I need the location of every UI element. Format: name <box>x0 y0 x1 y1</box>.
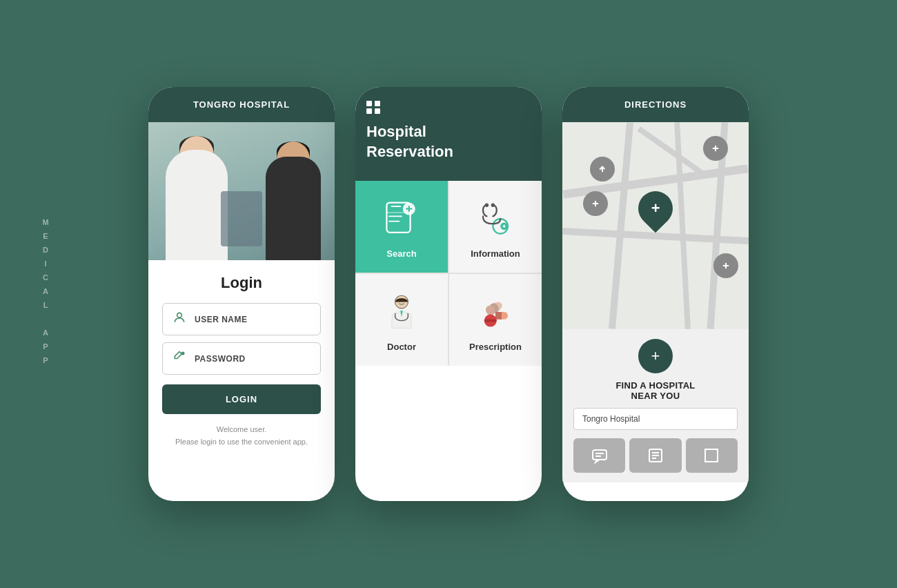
vertical-text: MEDICAL APP <box>41 218 50 370</box>
map-pin-4[interactable] <box>713 253 738 278</box>
svg-rect-32 <box>705 449 718 462</box>
pin-plus-icon: + <box>651 199 660 217</box>
map-pin-2[interactable] <box>703 136 728 161</box>
grid-cell-information[interactable]: Information <box>449 181 542 273</box>
username-field[interactable]: USER NAME <box>162 303 321 335</box>
information-label: Information <box>471 248 520 259</box>
map-road-diag <box>638 126 709 178</box>
grid-icon <box>366 101 380 114</box>
grid-dot <box>366 101 372 106</box>
phone-reservation: HospitalReservation Search <box>355 87 542 501</box>
prescription-label: Prescription <box>469 342 522 352</box>
grid-cell-doctor[interactable]: Doctor <box>355 274 448 366</box>
svg-rect-15 <box>495 312 502 320</box>
doctor-label: Doctor <box>387 342 416 352</box>
prescription-icon <box>477 293 514 333</box>
svg-point-1 <box>181 352 184 354</box>
grid-dot <box>375 101 380 106</box>
pin-bubble: + <box>631 184 680 233</box>
login-title: Login <box>162 274 321 292</box>
svg-point-7 <box>491 204 495 207</box>
map-pin-active[interactable]: + <box>638 191 673 226</box>
doc2-body <box>266 157 321 260</box>
find-title-text: FIND A HOSPITALNEAR YOU <box>615 380 695 401</box>
chat-button[interactable] <box>573 438 625 473</box>
reservation-title: HospitalReservation <box>366 122 531 161</box>
main-container: MEDICAL APP TONGRO HOSPITAL <box>0 0 897 588</box>
svg-rect-25 <box>593 450 607 460</box>
login-header: TONGRO HOSPITAL <box>148 87 335 122</box>
map-road-v1 <box>609 122 633 329</box>
footer-line2: Please login to use the convenient app. <box>162 436 321 449</box>
list-button[interactable] <box>629 438 681 473</box>
user-icon <box>172 311 186 328</box>
grid-cell-prescription[interactable]: Prescription <box>449 274 542 366</box>
login-footer: Welcome user. Please login to use the co… <box>162 424 321 448</box>
hospital-name: TONGRO HOSPITAL <box>193 99 290 110</box>
information-icon <box>477 200 514 240</box>
doctor-figure-2 <box>259 136 328 260</box>
directions-title: DIRECTIONS <box>624 99 687 110</box>
xray <box>221 191 262 246</box>
doctors-scene <box>148 122 335 260</box>
username-label: USER NAME <box>195 315 248 324</box>
footer-line1: Welcome user. <box>162 424 321 436</box>
find-hospital-button[interactable]: + <box>638 339 673 373</box>
phone-login: TONGRO HOSPITAL <box>148 87 335 501</box>
doc1-body <box>166 150 228 260</box>
expand-button[interactable] <box>686 438 738 473</box>
map-pin-1[interactable] <box>590 157 615 182</box>
password-icon <box>172 350 186 367</box>
login-content: Login USER NAME PASSWORD <box>148 260 335 458</box>
svg-point-6 <box>485 204 489 207</box>
login-image <box>148 122 335 260</box>
reservation-header: HospitalReservation <box>355 87 542 181</box>
search-label: Search <box>386 248 416 259</box>
action-buttons <box>573 438 738 473</box>
grid-dot <box>366 108 372 114</box>
svg-point-10 <box>395 296 408 308</box>
directions-header: DIRECTIONS <box>562 87 749 122</box>
phone-directions: DIRECTIONS <box>562 87 749 501</box>
search-icon <box>383 200 420 240</box>
reservation-grid: Search <box>355 181 542 366</box>
svg-point-0 <box>177 313 182 317</box>
hospital-search-input[interactable] <box>573 408 738 430</box>
password-field[interactable]: PASSWORD <box>162 342 321 375</box>
map-pin-3[interactable] <box>583 191 608 216</box>
password-label: PASSWORD <box>195 354 246 364</box>
map-area: + <box>562 122 749 329</box>
grid-cell-search[interactable]: Search <box>355 181 448 273</box>
directions-bottom: + FIND A HOSPITALNEAR YOU <box>562 329 749 482</box>
grid-dot <box>375 108 380 114</box>
svg-rect-17 <box>484 320 497 322</box>
find-title: FIND A HOSPITALNEAR YOU <box>573 380 738 401</box>
doctor-icon <box>383 293 420 333</box>
login-button[interactable]: LOGIN <box>162 384 321 414</box>
